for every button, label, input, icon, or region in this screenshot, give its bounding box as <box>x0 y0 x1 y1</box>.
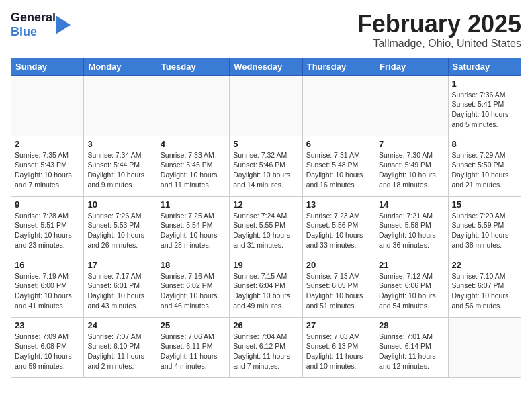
calendar-cell: 3Sunrise: 7:34 AM Sunset: 5:44 PM Daylig… <box>84 136 157 196</box>
day-info: Sunrise: 7:30 AM Sunset: 5:49 PM Dayligh… <box>379 150 444 190</box>
calendar-cell: 25Sunrise: 7:06 AM Sunset: 6:11 PM Dayli… <box>157 317 229 377</box>
calendar-cell: 10Sunrise: 7:26 AM Sunset: 5:53 PM Dayli… <box>84 196 157 257</box>
calendar-cell: 23Sunrise: 7:09 AM Sunset: 6:08 PM Dayli… <box>11 317 84 377</box>
calendar-cell: 21Sunrise: 7:12 AM Sunset: 6:06 PM Dayli… <box>375 257 448 317</box>
day-number: 12 <box>233 199 298 210</box>
calendar-cell <box>302 75 375 136</box>
week-row-0: 1Sunrise: 7:36 AM Sunset: 5:41 PM Daylig… <box>11 75 521 136</box>
calendar-cell: 7Sunrise: 7:30 AM Sunset: 5:49 PM Daylig… <box>375 136 448 196</box>
calendar-title: February 2025 <box>357 11 521 38</box>
calendar-cell: 22Sunrise: 7:10 AM Sunset: 6:07 PM Dayli… <box>448 257 521 317</box>
day-number: 9 <box>15 199 80 210</box>
calendar-cell <box>448 317 521 377</box>
day-info: Sunrise: 7:21 AM Sunset: 5:58 PM Dayligh… <box>379 211 444 250</box>
logo-arrow-icon <box>56 12 71 38</box>
day-info: Sunrise: 7:31 AM Sunset: 5:48 PM Dayligh… <box>306 150 371 190</box>
day-number: 4 <box>161 139 226 149</box>
calendar-cell: 1Sunrise: 7:36 AM Sunset: 5:41 PM Daylig… <box>448 75 521 136</box>
day-number: 27 <box>306 320 371 330</box>
calendar-cell <box>11 75 84 136</box>
calendar-cell: 9Sunrise: 7:28 AM Sunset: 5:51 PM Daylig… <box>11 196 84 257</box>
page-header: GeneralBlue February 2025 Tallmadge, Ohi… <box>11 11 521 50</box>
calendar-cell: 11Sunrise: 7:25 AM Sunset: 5:54 PM Dayli… <box>157 196 229 257</box>
day-info: Sunrise: 7:07 AM Sunset: 6:10 PM Dayligh… <box>87 332 152 371</box>
day-number: 18 <box>161 260 226 270</box>
day-number: 14 <box>379 199 444 210</box>
day-info: Sunrise: 7:28 AM Sunset: 5:51 PM Dayligh… <box>15 211 80 250</box>
day-info: Sunrise: 7:10 AM Sunset: 6:07 PM Dayligh… <box>452 271 517 311</box>
day-number: 17 <box>87 260 152 270</box>
week-row-1: 2Sunrise: 7:35 AM Sunset: 5:43 PM Daylig… <box>11 136 521 196</box>
calendar-cell: 15Sunrise: 7:20 AM Sunset: 5:59 PM Dayli… <box>448 196 521 257</box>
weekday-header-monday: Monday <box>84 58 157 75</box>
day-info: Sunrise: 7:29 AM Sunset: 5:50 PM Dayligh… <box>452 150 517 190</box>
day-number: 7 <box>379 139 444 149</box>
day-info: Sunrise: 7:19 AM Sunset: 6:00 PM Dayligh… <box>15 271 80 311</box>
day-number: 26 <box>233 320 298 330</box>
day-info: Sunrise: 7:09 AM Sunset: 6:08 PM Dayligh… <box>15 332 80 371</box>
day-info: Sunrise: 7:13 AM Sunset: 6:05 PM Dayligh… <box>306 271 371 311</box>
calendar-cell: 8Sunrise: 7:29 AM Sunset: 5:50 PM Daylig… <box>448 136 521 196</box>
day-info: Sunrise: 7:34 AM Sunset: 5:44 PM Dayligh… <box>87 150 152 190</box>
calendar-cell: 4Sunrise: 7:33 AM Sunset: 5:45 PM Daylig… <box>157 136 229 196</box>
week-row-3: 16Sunrise: 7:19 AM Sunset: 6:00 PM Dayli… <box>11 257 521 317</box>
day-number: 13 <box>306 199 371 210</box>
day-number: 15 <box>452 199 517 210</box>
day-info: Sunrise: 7:01 AM Sunset: 6:14 PM Dayligh… <box>379 332 444 371</box>
calendar-cell: 18Sunrise: 7:16 AM Sunset: 6:02 PM Dayli… <box>157 257 229 317</box>
day-number: 11 <box>161 199 226 210</box>
week-row-2: 9Sunrise: 7:28 AM Sunset: 5:51 PM Daylig… <box>11 196 521 257</box>
title-block: February 2025 Tallmadge, Ohio, United St… <box>357 11 521 50</box>
calendar-cell <box>375 75 448 136</box>
weekday-header-friday: Friday <box>375 58 448 75</box>
day-info: Sunrise: 7:06 AM Sunset: 6:11 PM Dayligh… <box>161 332 226 371</box>
day-info: Sunrise: 7:20 AM Sunset: 5:59 PM Dayligh… <box>452 211 517 250</box>
calendar-subtitle: Tallmadge, Ohio, United States <box>357 38 521 50</box>
calendar-cell: 13Sunrise: 7:23 AM Sunset: 5:56 PM Dayli… <box>302 196 375 257</box>
calendar-cell: 6Sunrise: 7:31 AM Sunset: 5:48 PM Daylig… <box>302 136 375 196</box>
day-number: 20 <box>306 260 371 270</box>
day-info: Sunrise: 7:26 AM Sunset: 5:53 PM Dayligh… <box>87 211 152 250</box>
day-number: 24 <box>87 320 152 330</box>
day-info: Sunrise: 7:35 AM Sunset: 5:43 PM Dayligh… <box>15 150 80 190</box>
day-number: 21 <box>379 260 444 270</box>
calendar-cell <box>157 75 229 136</box>
day-number: 16 <box>15 260 80 270</box>
day-info: Sunrise: 7:15 AM Sunset: 6:04 PM Dayligh… <box>233 271 298 311</box>
calendar-table: SundayMondayTuesdayWednesdayThursdayFrid… <box>11 58 521 378</box>
day-info: Sunrise: 7:36 AM Sunset: 5:41 PM Dayligh… <box>452 90 517 130</box>
day-number: 28 <box>379 320 444 330</box>
logo-blue-text: Blue <box>11 25 56 39</box>
weekday-header-tuesday: Tuesday <box>157 58 229 75</box>
calendar-cell: 19Sunrise: 7:15 AM Sunset: 6:04 PM Dayli… <box>230 257 302 317</box>
day-number: 19 <box>233 260 298 270</box>
logo: GeneralBlue <box>11 11 71 38</box>
calendar-cell <box>84 75 157 136</box>
day-info: Sunrise: 7:23 AM Sunset: 5:56 PM Dayligh… <box>306 211 371 250</box>
logo: GeneralBlue <box>11 11 71 38</box>
day-info: Sunrise: 7:17 AM Sunset: 6:01 PM Dayligh… <box>87 271 152 311</box>
weekday-header-thursday: Thursday <box>302 58 375 75</box>
calendar-cell: 20Sunrise: 7:13 AM Sunset: 6:05 PM Dayli… <box>302 257 375 317</box>
calendar-cell: 14Sunrise: 7:21 AM Sunset: 5:58 PM Dayli… <box>375 196 448 257</box>
day-info: Sunrise: 7:25 AM Sunset: 5:54 PM Dayligh… <box>161 211 226 250</box>
day-number: 1 <box>452 79 517 89</box>
day-info: Sunrise: 7:03 AM Sunset: 6:13 PM Dayligh… <box>306 332 371 371</box>
calendar-cell <box>230 75 302 136</box>
weekday-header-row: SundayMondayTuesdayWednesdayThursdayFrid… <box>11 58 521 75</box>
day-number: 3 <box>87 139 152 149</box>
week-row-4: 23Sunrise: 7:09 AM Sunset: 6:08 PM Dayli… <box>11 317 521 377</box>
weekday-header-saturday: Saturday <box>448 58 521 75</box>
calendar-cell: 27Sunrise: 7:03 AM Sunset: 6:13 PM Dayli… <box>302 317 375 377</box>
day-number: 2 <box>15 139 80 149</box>
calendar-cell: 12Sunrise: 7:24 AM Sunset: 5:55 PM Dayli… <box>230 196 302 257</box>
calendar-cell: 28Sunrise: 7:01 AM Sunset: 6:14 PM Dayli… <box>375 317 448 377</box>
day-number: 5 <box>233 139 298 149</box>
day-number: 10 <box>87 199 152 210</box>
logo-general-text: General <box>11 11 56 25</box>
day-number: 22 <box>452 260 517 270</box>
day-info: Sunrise: 7:33 AM Sunset: 5:45 PM Dayligh… <box>161 150 226 190</box>
day-info: Sunrise: 7:32 AM Sunset: 5:46 PM Dayligh… <box>233 150 298 190</box>
weekday-header-wednesday: Wednesday <box>230 58 302 75</box>
day-number: 8 <box>452 139 517 149</box>
